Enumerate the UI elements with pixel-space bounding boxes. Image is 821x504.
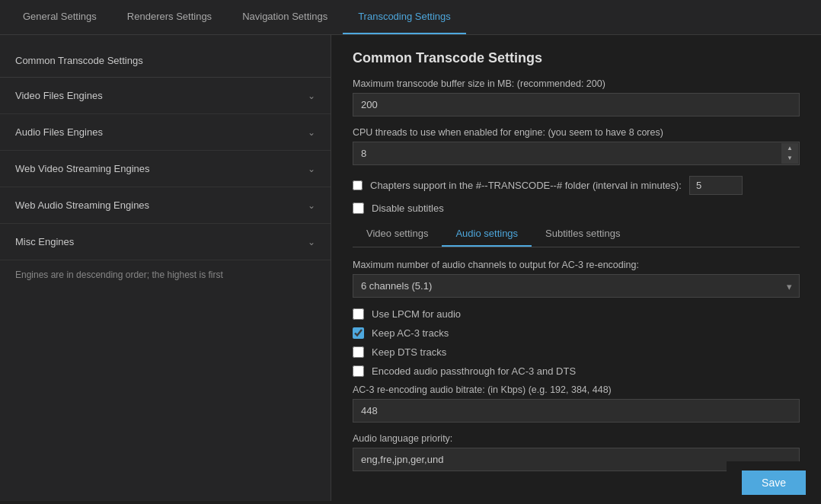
bitrate-input[interactable] [353,399,800,423]
buffer-label: Maximum transcode buffer size in MB: (re… [353,78,800,89]
channels-select[interactable]: 2 channels (stereo) 6 channels (5.1) 8 c… [353,274,800,298]
sidebar-common-transcode[interactable]: Common Transcode Settings [0,41,331,78]
disable-subtitles-label: Disable subtitles [372,203,444,214]
sidebar-item-label: Audio Files Engines [15,126,103,138]
channels-select-wrap: 2 channels (stereo) 6 channels (5.1) 8 c… [353,274,800,298]
tab-subtitles-settings[interactable]: Subtitles settings [532,222,634,247]
channels-label: Maximum number of audio channels to outp… [353,260,800,270]
chapters-checkbox[interactable] [353,180,363,190]
cpu-spinner-wrap: ▲ ▼ [353,142,800,165]
cpu-threads-row: CPU threads to use when enabled for engi… [353,127,800,165]
passthrough-row: Encoded audio passthrough for AC-3 and D… [353,365,800,377]
tab-transcoding[interactable]: Transcoding Settings [343,0,466,34]
tab-renderers[interactable]: Renderers Settings [112,0,227,34]
buffer-input[interactable] [353,93,800,116]
cpu-input[interactable] [353,142,800,165]
keep-ac3-row: Keep AC-3 tracks [353,327,800,339]
disable-subtitles-checkbox[interactable] [353,203,364,214]
sidebar-item-label: Web Video Streaming Engines [15,163,150,174]
sidebar: Common Transcode Settings Video Files En… [0,35,331,501]
sidebar-note: Engines are in descending order; the hig… [0,260,331,289]
chevron-down-icon: ⌄ [308,200,315,211]
sidebar-item-label: Misc Engines [15,236,74,247]
sidebar-item-web-audio[interactable]: Web Audio Streaming Engines ⌄ [0,187,331,224]
keep-dts-row: Keep DTS tracks [353,346,800,358]
bitrate-label: AC-3 re-encoding audio bitrate: (in Kbps… [353,384,800,395]
buffer-size-row: Maximum transcode buffer size in MB: (re… [353,78,800,116]
tab-navigation[interactable]: Navigation Settings [227,0,343,34]
use-lpcm-label: Use LPCM for audio [372,308,461,320]
page-title: Common Transcode Settings [353,50,800,66]
keep-ac3-checkbox[interactable] [353,327,364,339]
audio-language-label: Audio language priority: [353,433,800,444]
chapters-row: Chapters support in the #--TRANSCODE--# … [353,176,800,195]
sub-tabs: Video settings Audio settings Subtitles … [353,222,800,247]
chevron-down-icon: ⌄ [308,164,315,174]
cpu-increment-button[interactable]: ▲ [781,143,798,154]
keep-dts-checkbox[interactable] [353,346,364,358]
bottom-bar: Save [727,461,821,504]
cpu-spinner-buttons: ▲ ▼ [781,143,798,164]
channels-row: Maximum number of audio channels to outp… [353,260,800,298]
cpu-decrement-button[interactable]: ▼ [781,154,798,164]
top-navigation: General Settings Renderers Settings Navi… [0,0,821,35]
tab-audio-settings[interactable]: Audio settings [442,222,532,247]
keep-ac3-label: Keep AC-3 tracks [372,327,449,339]
cpu-label: CPU threads to use when enabled for engi… [353,127,800,138]
chevron-down-icon: ⌄ [308,237,315,247]
save-button[interactable]: Save [742,471,806,495]
sidebar-item-label: Video Files Engines [15,90,103,101]
tab-video-settings[interactable]: Video settings [353,222,442,247]
sidebar-item-misc[interactable]: Misc Engines ⌄ [0,224,331,260]
main-layout: Common Transcode Settings Video Files En… [0,35,821,501]
sidebar-item-label: Web Audio Streaming Engines [15,199,149,211]
disable-subtitles-row: Disable subtitles [353,203,800,214]
use-lpcm-checkbox[interactable] [353,308,364,320]
keep-dts-label: Keep DTS tracks [372,346,446,358]
chapters-label: Chapters support in the #--TRANSCODE--# … [370,180,682,191]
chapters-input[interactable] [689,176,743,195]
chevron-down-icon: ⌄ [308,127,315,138]
passthrough-checkbox[interactable] [353,365,364,377]
chevron-down-icon: ⌄ [308,91,315,101]
sidebar-item-audio-files[interactable]: Audio Files Engines ⌄ [0,114,331,151]
use-lpcm-row: Use LPCM for audio [353,308,800,320]
bitrate-row: AC-3 re-encoding audio bitrate: (in Kbps… [353,384,800,423]
content-panel: Common Transcode Settings Maximum transc… [331,35,821,501]
sidebar-item-web-video[interactable]: Web Video Streaming Engines ⌄ [0,151,331,187]
passthrough-label: Encoded audio passthrough for AC-3 and D… [372,365,576,377]
sidebar-item-video-files[interactable]: Video Files Engines ⌄ [0,78,331,114]
tab-general[interactable]: General Settings [8,0,112,34]
